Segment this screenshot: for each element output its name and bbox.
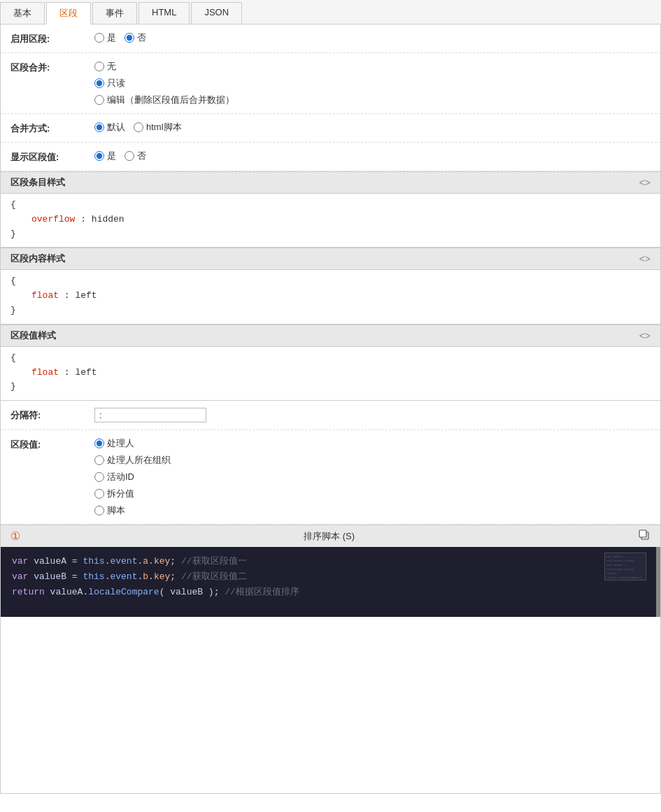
warning-icon: ① (10, 529, 20, 543)
section-item-style-title: 区段条目样式 (10, 176, 65, 189)
show-yes-radio[interactable]: 是 (94, 150, 116, 162)
section-value-script-radio[interactable]: 脚本 (94, 504, 651, 517)
tab-json[interactable]: JSON (191, 2, 242, 24)
content-area: 启用区段: 是 否 区段合并: 无 只读 (0, 24, 661, 794)
section-value-controls: 处理人 处理人所在组织 活动ID 拆分值 脚本 (94, 437, 651, 517)
script-thumbnail: var calout = this.event.a.key; var calou… (604, 553, 646, 580)
section-value-handler-label: 处理人 (107, 437, 134, 450)
merge-readonly-input[interactable] (94, 78, 104, 88)
merge-none-radio[interactable]: 无 (94, 60, 651, 73)
section-value-split-input[interactable] (94, 489, 104, 499)
merge-mode-controls: 默认 html脚本 (94, 121, 651, 134)
section-value-split-label: 拆分值 (107, 487, 134, 500)
show-section-row: 显示区段值: 是 否 (1, 143, 660, 171)
show-no-label: 否 (137, 150, 146, 162)
code-colon2: : (64, 290, 76, 301)
merge-mode-label: 合并方式: (10, 121, 94, 135)
script-editor[interactable]: var valueA = this.event.a.key; //获取区段值一 … (1, 547, 660, 617)
script-line-3: return valueA.localeCompare( valueB ); /… (12, 585, 645, 600)
section-value-handler-input[interactable] (94, 439, 104, 448)
separator-row: 分隔符: (1, 401, 660, 430)
section-value-activity-radio[interactable]: 活动ID (94, 471, 651, 483)
code-colon: : (80, 214, 92, 225)
merge-none-label: 无 (107, 60, 116, 73)
code-brace-open: { (10, 198, 651, 213)
merge-html-label: html脚本 (146, 121, 182, 134)
section-value-style-expand-icon[interactable]: <> (639, 330, 651, 341)
code-float-key: float (31, 290, 59, 301)
show-section-options: 是 否 (94, 150, 651, 162)
show-no-input[interactable] (125, 151, 134, 161)
merge-edit-radio[interactable]: 编辑（删除区段值后合并数据） (94, 94, 651, 106)
section-content-style-code[interactable]: { float : left } (1, 270, 660, 324)
section-content-style-title: 区段内容样式 (10, 252, 65, 265)
svg-rect-1 (639, 530, 646, 537)
merge-default-label: 默认 (107, 121, 125, 134)
code-overflow-line: overflow : hidden (10, 213, 651, 227)
enable-section-row: 启用区段: 是 否 (1, 24, 660, 53)
merge-mode-options: 默认 html脚本 (94, 121, 651, 134)
code-float-key2: float (31, 367, 59, 378)
merge-html-radio[interactable]: html脚本 (134, 121, 182, 134)
enable-yes-radio[interactable]: 是 (94, 31, 116, 44)
code-float-line: float : left (10, 289, 651, 304)
section-content-style-expand-icon[interactable]: <> (639, 253, 651, 264)
show-yes-input[interactable] (94, 151, 104, 161)
show-section-label: 显示区段值: (10, 150, 94, 164)
code-overflow-value: hidden (92, 214, 125, 225)
merge-default-input[interactable] (94, 122, 104, 132)
merge-edit-label: 编辑（删除区段值后合并数据） (107, 94, 234, 106)
code-brace-open2: { (10, 274, 651, 289)
code-float-line2: float : left (10, 366, 651, 380)
section-value-activity-label: 活动ID (107, 471, 134, 483)
section-value-handler-org-radio[interactable]: 处理人所在组织 (94, 454, 651, 466)
show-section-controls: 是 否 (94, 150, 651, 162)
enable-yes-input[interactable] (94, 33, 104, 43)
merge-readonly-radio[interactable]: 只读 (94, 77, 651, 90)
section-value-split-radio[interactable]: 拆分值 (94, 487, 651, 500)
section-item-style-code[interactable]: { overflow : hidden } (1, 194, 660, 248)
section-value-handler-org-input[interactable] (94, 455, 104, 465)
section-value-style-title: 区段值样式 (10, 329, 56, 342)
section-item-style-expand-icon[interactable]: <> (639, 177, 651, 188)
merge-html-input[interactable] (134, 122, 143, 132)
enable-no-input[interactable] (125, 33, 134, 43)
section-content-style-header: 区段内容样式 <> (1, 248, 660, 270)
enable-no-radio[interactable]: 否 (125, 31, 146, 44)
section-value-row: 区段值: 处理人 处理人所在组织 活动ID 拆分值 脚本 (1, 430, 660, 525)
show-no-radio[interactable]: 否 (125, 150, 146, 162)
merge-mode-row: 合并方式: 默认 html脚本 (1, 114, 660, 143)
separator-input[interactable] (94, 408, 206, 422)
section-merge-label: 区段合并: (10, 60, 94, 74)
merge-none-input[interactable] (94, 62, 104, 71)
merge-edit-input[interactable] (94, 95, 104, 105)
merge-default-radio[interactable]: 默认 (94, 121, 125, 134)
code-brace-open3: { (10, 351, 651, 366)
section-value-handler-radio[interactable]: 处理人 (94, 437, 651, 450)
section-value-style-header: 区段值样式 <> (1, 325, 660, 347)
section-value-script-input[interactable] (94, 506, 104, 515)
tab-bar: 基本 区段 事件 HTML JSON (0, 0, 661, 24)
separator-controls (94, 408, 651, 422)
code-brace-close3: } (10, 380, 651, 394)
code-brace-close2: } (10, 304, 651, 318)
section-value-label: 区段值: (10, 437, 94, 451)
tab-basic[interactable]: 基本 (0, 2, 45, 24)
script-bar-title: 排序脚本 (S) (20, 530, 638, 543)
section-merge-controls: 无 只读 编辑（删除区段值后合并数据） (94, 60, 651, 106)
section-value-activity-input[interactable] (94, 472, 104, 482)
section-value-handler-org-label: 处理人所在组织 (107, 454, 171, 466)
code-brace-close: } (10, 227, 651, 242)
enable-no-label: 否 (137, 31, 146, 44)
separator-label: 分隔符: (10, 408, 94, 422)
copy-icon[interactable] (638, 529, 651, 543)
tab-html[interactable]: HTML (138, 2, 190, 24)
code-float-value2: left (75, 367, 97, 378)
merge-readonly-label: 只读 (107, 77, 125, 90)
section-merge-row: 区段合并: 无 只读 编辑（删除区段值后合并数据） (1, 53, 660, 114)
code-overflow-key: overflow (31, 214, 75, 225)
section-value-style-code[interactable]: { float : left } (1, 347, 660, 401)
script-line-2: var valueB = this.event.b.key; //获取区段值二 (12, 569, 645, 585)
tab-event[interactable]: 事件 (92, 2, 137, 24)
tab-section[interactable]: 区段 (46, 2, 91, 24)
